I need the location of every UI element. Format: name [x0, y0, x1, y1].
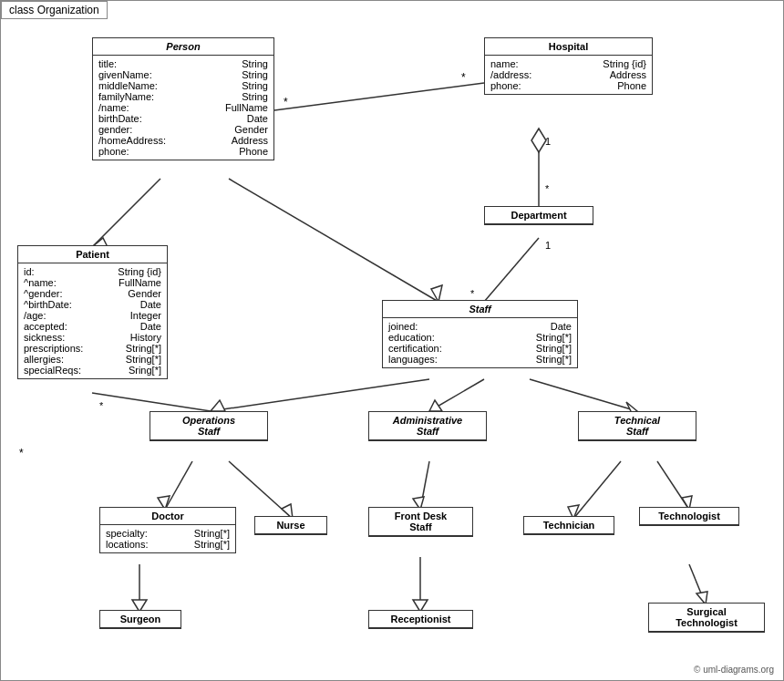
technician-title: Technician	[524, 517, 614, 534]
front-desk-staff-title: Front DeskStaff	[369, 508, 472, 536]
svg-line-12	[229, 179, 438, 302]
person-body: title:String givenName:String middleName…	[93, 56, 273, 160]
svg-line-29	[573, 461, 621, 519]
svg-line-37	[689, 564, 706, 604]
svg-line-10	[92, 179, 160, 247]
technical-staff-title: TechnicalStaff	[579, 412, 696, 440]
patient-body: id:String {id} ^name:FullName ^gender:Ge…	[18, 263, 167, 378]
staff-title: Staff	[383, 301, 577, 318]
svg-text:*: *	[545, 183, 550, 194]
svg-line-0	[274, 83, 484, 110]
front-desk-staff-class: Front DeskStaff	[368, 507, 473, 537]
svg-line-31	[657, 461, 689, 510]
svg-marker-18	[211, 400, 225, 411]
svg-line-15	[92, 393, 211, 411]
technician-class: Technician	[523, 516, 614, 535]
nurse-class: Nurse	[254, 516, 327, 535]
hospital-body: name:String {id} /address:Address phone:…	[485, 56, 652, 94]
nurse-title: Nurse	[255, 517, 326, 534]
copyright: © uml-diagrams.org	[694, 665, 774, 675]
technologist-title: Technologist	[640, 508, 738, 525]
svg-text:*: *	[19, 447, 24, 459]
patient-title: Patient	[18, 246, 167, 263]
doctor-body: specialty:String[*] locations:String[*]	[100, 525, 235, 552]
department-title: Department	[485, 207, 593, 224]
svg-line-19	[429, 379, 484, 411]
svg-line-21	[530, 379, 637, 411]
svg-line-25	[229, 461, 293, 519]
technical-staff-class: TechnicalStaff	[578, 411, 696, 441]
svg-marker-4	[531, 129, 546, 152]
patient-class: Patient id:String {id} ^name:FullName ^g…	[17, 245, 168, 379]
svg-line-7	[484, 238, 539, 302]
person-class: Person title:String givenName:String mid…	[92, 37, 274, 160]
doctor-class: Doctor specialty:String[*] locations:Str…	[99, 507, 236, 553]
admin-staff-title: AdministrativeStaff	[369, 412, 486, 440]
svg-text:*: *	[284, 96, 288, 108]
person-title: Person	[93, 38, 273, 56]
svg-line-23	[165, 461, 192, 510]
admin-staff-class: AdministrativeStaff	[368, 411, 487, 441]
hospital-title: Hospital	[485, 38, 652, 56]
svg-text:1: 1	[545, 240, 551, 251]
svg-line-17	[211, 379, 429, 411]
staff-body: joined:Date education:String[*] certific…	[383, 318, 577, 367]
surgical-technologist-title: SurgicalTechnologist	[649, 604, 764, 632]
svg-line-27	[420, 461, 429, 510]
svg-text:*: *	[99, 400, 104, 411]
svg-text:1: 1	[545, 136, 551, 147]
diagram-container: class Organization * * 1 * 1 * *	[0, 0, 784, 681]
svg-marker-20	[429, 400, 442, 411]
svg-text:*: *	[470, 288, 475, 299]
surgical-technologist-class: SurgicalTechnologist	[648, 603, 765, 633]
hospital-class: Hospital name:String {id} /address:Addre…	[484, 37, 653, 95]
receptionist-class: Receptionist	[368, 610, 473, 629]
department-class: Department	[484, 206, 593, 225]
doctor-title: Doctor	[100, 508, 235, 525]
receptionist-title: Receptionist	[369, 611, 472, 628]
operations-staff-title: OperationsStaff	[150, 412, 267, 440]
operations-staff-class: OperationsStaff	[150, 411, 268, 441]
technologist-class: Technologist	[639, 507, 739, 526]
surgeon-title: Surgeon	[100, 611, 181, 628]
svg-text:*: *	[461, 71, 466, 84]
surgeon-class: Surgeon	[99, 610, 181, 629]
staff-class: Staff joined:Date education:String[*] ce…	[382, 300, 578, 368]
diagram-title: class Organization	[1, 1, 108, 19]
